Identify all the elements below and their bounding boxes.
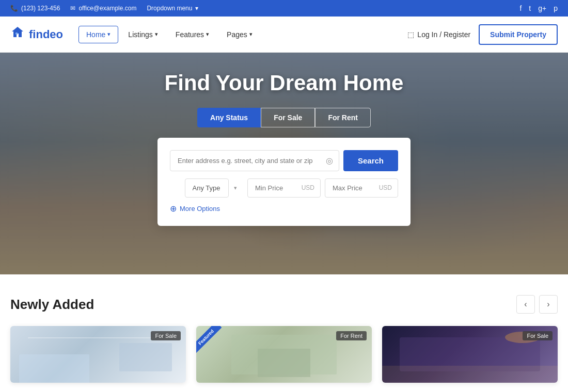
card-image: Featured For Rent — [196, 326, 372, 383]
submit-property-button[interactable]: Submit Property — [479, 24, 558, 45]
nav-right: ⬚ Log In / Register Submit Property — [407, 24, 558, 45]
nav-features-chevron-icon: ▾ — [206, 31, 209, 38]
section-title: Newly Added — [10, 297, 94, 313]
property-card: Featured For Rent — [196, 326, 372, 383]
hero-title: Find Your Dream Home — [10, 71, 558, 95]
nav-features[interactable]: Features ▾ — [168, 26, 217, 43]
carousel-nav: ‹ › — [516, 295, 558, 314]
dropdown-label: Dropdown menu — [147, 5, 192, 12]
type-select[interactable]: Any Type — [185, 178, 229, 198]
more-options-label: More Options — [180, 205, 220, 213]
nav-features-label: Features — [176, 30, 204, 39]
nav-home-label: Home — [86, 30, 105, 39]
nav-pages-label: Pages — [227, 30, 247, 39]
min-price-wrap: USD — [247, 178, 321, 198]
tab-for-sale[interactable]: For Sale — [261, 108, 315, 127]
nav-listings-chevron-icon: ▾ — [155, 31, 158, 38]
nav-links: Home ▾ Listings ▾ Features ▾ Pages ▾ — [78, 26, 407, 43]
max-price-currency: USD — [379, 184, 392, 191]
prev-arrow-button[interactable]: ‹ — [516, 295, 535, 314]
featured-ribbon: Featured — [196, 326, 222, 353]
address-input-wrap: ◎ — [170, 150, 339, 171]
googleplus-icon[interactable]: g+ — [538, 4, 546, 12]
login-link[interactable]: ⬚ Log In / Register — [407, 30, 470, 39]
search-button[interactable]: Search — [343, 150, 398, 171]
nav-listings-label: Listings — [128, 30, 152, 39]
tab-any-status[interactable]: Any Status — [197, 108, 261, 127]
top-bar: 📞 (123) 123-456 ✉ office@example.com Dro… — [0, 0, 568, 17]
social-links: f t g+ p — [519, 4, 558, 12]
tab-for-rent[interactable]: For Rent — [315, 108, 371, 127]
nav-pages-chevron-icon: ▾ — [249, 31, 253, 38]
geo-icon: ◎ — [326, 156, 333, 166]
logo-icon — [10, 25, 25, 43]
search-box: ◎ Search Any Type ▾ USD USD — [157, 138, 411, 226]
hero-section: Find Your Dream Home Any Status For Sale… — [0, 53, 568, 274]
nav-home-chevron-icon: ▾ — [107, 31, 111, 38]
phone-number: (123) 123-456 — [21, 5, 60, 12]
property-cards-row: For Sale Featured For Rent — [10, 326, 558, 383]
more-options-plus-icon: ⊕ — [170, 204, 177, 214]
login-label: Log In / Register — [417, 30, 470, 39]
property-card: For Sale — [10, 326, 186, 383]
pinterest-icon[interactable]: p — [554, 4, 558, 12]
hero-content: Find Your Dream Home Any Status For Sale… — [0, 71, 568, 226]
email-info: ✉ office@example.com — [70, 5, 136, 12]
search-row: ◎ Search — [170, 150, 398, 171]
top-bar-left: 📞 (123) 123-456 ✉ office@example.com Dro… — [10, 5, 509, 12]
facebook-icon[interactable]: f — [519, 4, 522, 12]
logo[interactable]: findeo — [10, 25, 63, 43]
next-arrow-button[interactable]: › — [539, 295, 558, 314]
card-badge: For Rent — [336, 331, 367, 340]
type-select-arrow-icon: ▾ — [234, 185, 237, 191]
dropdown-chevron-icon: ▾ — [195, 5, 198, 12]
svg-rect-0 — [15, 32, 18, 35]
nav-home[interactable]: Home ▾ — [78, 26, 118, 43]
phone-icon: 📞 — [10, 5, 18, 12]
main-nav: findeo Home ▾ Listings ▾ Features ▾ Page… — [0, 17, 568, 53]
card-image: For Sale — [10, 326, 186, 383]
more-options-link[interactable]: ⊕ More Options — [170, 204, 398, 214]
address-input[interactable] — [170, 150, 339, 171]
property-card: For Sale — [382, 326, 558, 383]
card-badge: For Sale — [151, 331, 181, 340]
status-tabs: Any Status For Sale For Rent — [10, 108, 558, 127]
newly-added-section: Newly Added ‹ › For Sale — [0, 274, 568, 392]
max-price-wrap: USD — [325, 178, 398, 198]
logo-text: findeo — [29, 28, 63, 41]
email-address: office@example.com — [78, 5, 136, 12]
min-price-currency: USD — [302, 184, 314, 191]
dropdown-menu[interactable]: Dropdown menu ▾ — [147, 5, 198, 12]
card-badge: For Sale — [523, 331, 553, 340]
nav-pages[interactable]: Pages ▾ — [219, 26, 260, 43]
email-icon: ✉ — [70, 5, 75, 12]
login-icon: ⬚ — [407, 30, 414, 39]
nav-listings[interactable]: Listings ▾ — [120, 26, 165, 43]
twitter-icon[interactable]: t — [529, 4, 531, 12]
filter-row: Any Type ▾ USD USD — [170, 178, 398, 198]
section-header: Newly Added ‹ › — [10, 295, 558, 314]
card-image: For Sale — [382, 326, 558, 383]
phone-info: 📞 (123) 123-456 — [10, 5, 60, 12]
